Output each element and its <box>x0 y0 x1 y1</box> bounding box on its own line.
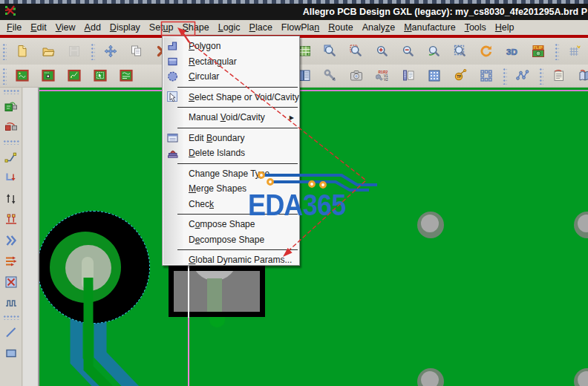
ratsnest-line <box>188 318 189 386</box>
menu-tools[interactable]: Tools <box>462 22 489 33</box>
rats-all-button[interactable] <box>1 97 21 116</box>
pin-report-button[interactable] <box>398 66 419 86</box>
add-line-icon <box>4 326 18 339</box>
menu-add[interactable]: Add <box>82 22 104 33</box>
open-file-button[interactable] <box>38 42 59 62</box>
rename-refdes-button[interactable]: R1R2V1V2 <box>372 66 393 86</box>
zoom-selection-button[interactable] <box>450 42 471 62</box>
menu-help[interactable]: Help <box>492 22 517 33</box>
application-window: Allegro PCB Design GXL (legacy): my_cs80… <box>0 0 588 386</box>
toolbar-drag-handle[interactable] <box>3 89 19 94</box>
svg-text:TP: TP <box>457 75 461 79</box>
unrats-all-button[interactable] <box>1 118 21 137</box>
menu-analyze[interactable]: Analyze <box>359 22 398 33</box>
shape-edit-button[interactable] <box>64 66 85 86</box>
zoom-points-button[interactable] <box>320 42 341 62</box>
copper-trace-green[interactable] <box>39 88 588 386</box>
zoom-previous-button[interactable] <box>424 42 445 62</box>
menu-item-label: Global Dynamic Params... <box>189 255 292 265</box>
snapshot-button[interactable] <box>346 66 367 86</box>
zoom-in-button[interactable] <box>372 42 393 62</box>
menu-separator <box>163 125 299 131</box>
copy-button[interactable] <box>126 42 147 62</box>
menu-place[interactable]: Place <box>246 22 275 33</box>
toolbar-drag-handle[interactable] <box>538 67 543 85</box>
align-components-button[interactable] <box>1 252 21 270</box>
redraw-icon <box>480 45 493 58</box>
copy-icon <box>130 45 143 58</box>
menu-item-label: Rectangular <box>189 56 237 67</box>
menu-item-delete-islands[interactable]: Delete Islands <box>163 145 299 161</box>
menu-item-decompose-shape[interactable]: Decompose Shape <box>163 232 299 248</box>
delay-tune-button[interactable] <box>1 189 21 208</box>
menu-shape[interactable]: Shape <box>180 22 212 33</box>
menu-item-edit-boundary[interactable]: Edit Boundary <box>163 131 299 146</box>
grid-toggle-button[interactable] <box>564 42 585 62</box>
move-button[interactable] <box>100 42 121 62</box>
slide-button[interactable] <box>1 148 21 166</box>
menu-item-rectangular[interactable]: Rectangular <box>163 54 299 70</box>
report-button[interactable] <box>549 66 569 86</box>
edit-vertex-button[interactable] <box>1 169 21 187</box>
toolbar-drag-handle[interactable] <box>3 140 19 145</box>
menu-item-label: Check <box>189 199 214 209</box>
menu-item-select-shape-or-void-cavity[interactable]: Select Shape or Void/Cavity <box>163 90 299 105</box>
shape-select-button[interactable] <box>90 66 111 86</box>
menu-setup[interactable]: Setup <box>146 22 177 33</box>
menu-edit[interactable]: Edit <box>27 22 50 33</box>
pin-swap-icon <box>4 213 18 226</box>
spread-lines-button[interactable] <box>1 231 21 249</box>
redraw-button[interactable] <box>476 42 497 62</box>
add-rect-button[interactable] <box>1 344 21 362</box>
pin-swap-button[interactable] <box>1 210 21 229</box>
titlebar[interactable]: Allegro PCB Design GXL (legacy): my_cs80… <box>0 4 588 20</box>
shape-void-button[interactable] <box>38 66 59 86</box>
menu-display[interactable]: Display <box>107 22 143 33</box>
view-3d-button[interactable]: 3D <box>502 42 523 62</box>
add-line-button[interactable] <box>1 323 21 341</box>
library-button[interactable] <box>575 66 588 86</box>
toolbar-drag-handle[interactable] <box>502 67 507 85</box>
menu-item-polygon[interactable]: Polygon <box>163 39 299 54</box>
swap-grid-button[interactable] <box>476 66 497 86</box>
menu-flowplan[interactable]: FlowPlan <box>278 22 322 33</box>
shape-merge-button[interactable] <box>116 66 137 86</box>
flip-board-icon: FLIP <box>532 45 545 58</box>
menu-route[interactable]: Route <box>325 22 356 33</box>
fix-pin-button[interactable] <box>320 66 341 86</box>
new-file-button[interactable] <box>12 42 33 62</box>
shape-add-button[interactable] <box>12 66 33 86</box>
blank-button <box>142 66 163 86</box>
move-icon <box>104 45 117 58</box>
shape-edit-icon <box>68 69 81 82</box>
toolbar-drag-handle[interactable] <box>90 42 95 60</box>
toolbar-drag-handle[interactable] <box>3 315 19 320</box>
no-icon <box>166 233 180 246</box>
matrix-button[interactable] <box>424 66 445 86</box>
menu-item-change-shape-type[interactable]: Change Shape Type <box>163 166 299 182</box>
zoom-out-button[interactable] <box>398 42 419 62</box>
menu-item-global-dynamic-params[interactable]: Global Dynamic Params... <box>163 252 299 268</box>
menu-logic[interactable]: Logic <box>215 22 244 33</box>
toolbar-drag-handle[interactable] <box>554 42 559 60</box>
zoom-box-button[interactable] <box>346 42 367 62</box>
toolbar-drag-handle[interactable] <box>1 42 7 60</box>
no-icon <box>166 197 180 211</box>
smd-pad[interactable] <box>169 266 265 317</box>
menu-file[interactable]: File <box>4 22 24 33</box>
toolbar-drag-handle[interactable] <box>1 67 7 85</box>
menu-view[interactable]: View <box>53 22 79 33</box>
testpoint-button[interactable]: TP <box>450 66 471 86</box>
pcb-canvas[interactable] <box>39 88 588 386</box>
menu-item-circular[interactable]: Circular <box>163 69 299 85</box>
elongation-button[interactable] <box>1 293 21 312</box>
no-icon <box>166 253 180 266</box>
flip-board-button[interactable]: FLIP <box>528 42 549 62</box>
menu-item-label: Decompose Shape <box>189 235 264 245</box>
net-topology-button[interactable] <box>512 66 533 86</box>
menubar: FileEditViewAddDisplaySetupShapeLogicPla… <box>0 20 588 35</box>
menu-item-manual-void-cavity[interactable]: Manual Void/Cavity▶ <box>163 110 299 125</box>
menu-manufacture[interactable]: Manufacture <box>401 22 459 33</box>
spread-voids-button[interactable] <box>1 272 21 291</box>
no-icon <box>166 111 180 124</box>
